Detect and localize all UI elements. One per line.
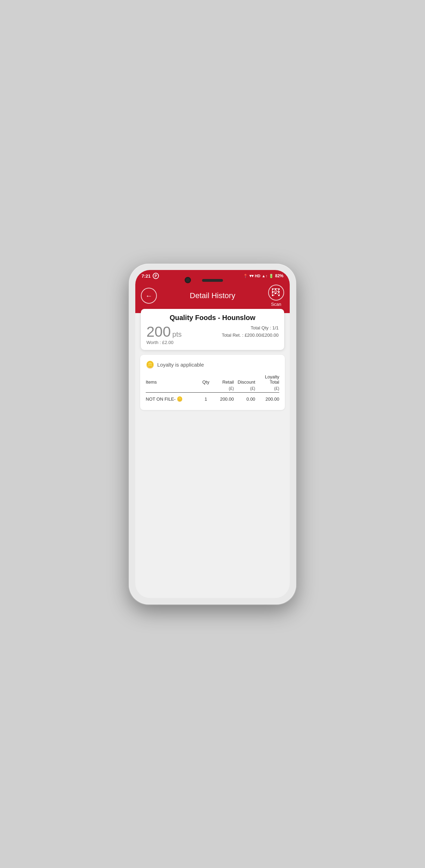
- items-table: Items Qty Retail Discount LoyaltyTotal (…: [146, 374, 279, 404]
- loyalty-header: 🪙 Loyalty is applicable: [146, 360, 279, 369]
- phone-frame: 7:21 P 📍 ▾▾ HD ▲↑ 🔋 82% ← Detail History: [129, 264, 296, 604]
- wifi-icon: ▾▾: [249, 273, 254, 278]
- total-ret: Total Ret. : £200.00/£200.00: [222, 332, 279, 339]
- svg-rect-4: [272, 291, 273, 293]
- table-row: NOT ON FILE- 🪙 1 200.00 0.00 200.00: [146, 393, 279, 404]
- app-header: ← Detail History: [135, 281, 290, 313]
- svg-rect-22: [276, 293, 277, 293]
- svg-rect-26: [278, 295, 280, 296]
- svg-rect-20: [274, 295, 274, 295]
- svg-rect-3: [272, 290, 273, 291]
- back-arrow-icon: ←: [145, 292, 152, 300]
- row-retail-0: 200.00: [212, 393, 234, 404]
- svg-rect-1: [274, 288, 274, 289]
- col-header-items: Items: [146, 374, 199, 386]
- page-title: Detail History: [157, 291, 268, 300]
- col-header-qty: Qty: [199, 374, 212, 386]
- col-header-retail: Retail: [212, 374, 234, 386]
- subheader-loyalty-unit: (£): [255, 386, 279, 393]
- svg-rect-14: [276, 291, 277, 292]
- svg-rect-19: [274, 293, 274, 293]
- battery-percent: 82%: [275, 273, 283, 278]
- svg-rect-8: [276, 288, 277, 289]
- location-icon: 📍: [243, 274, 248, 278]
- svg-rect-5: [274, 291, 274, 292]
- loyalty-applicable-text: Loyalty is applicable: [157, 362, 204, 368]
- status-left: 7:21 P: [142, 273, 159, 279]
- points-left: 200 pts Worth : £2.00: [146, 325, 182, 345]
- table-body: NOT ON FILE- 🪙 1 200.00 0.00 200.00: [146, 393, 279, 404]
- svg-rect-25: [279, 294, 280, 294]
- subheader-discount-unit: (£): [234, 386, 255, 393]
- network-type: HD: [255, 274, 260, 278]
- svg-rect-15: [277, 291, 278, 292]
- svg-rect-16: [272, 293, 273, 293]
- worth-text: Worth : £2.00: [146, 340, 182, 345]
- points-value: 200: [146, 324, 171, 340]
- table-subheader-row: (£) (£) (£): [146, 386, 279, 393]
- points-display: 200 pts: [146, 325, 182, 339]
- loyalty-card: 🪙 Loyalty is applicable Items Qty Retail…: [140, 355, 285, 410]
- row-name-0: NOT ON FILE- 🪙: [146, 393, 199, 404]
- col-header-discount: Discount: [234, 374, 255, 386]
- speaker: [202, 279, 223, 282]
- parking-icon: P: [153, 273, 159, 279]
- svg-rect-9: [277, 288, 278, 289]
- battery-icon: 🔋: [269, 274, 274, 278]
- row-loyalty-0: 200.00: [255, 393, 279, 404]
- svg-rect-17: [272, 294, 273, 294]
- back-button[interactable]: ←: [141, 288, 157, 304]
- subheader-retail-unit: (£): [212, 386, 234, 393]
- svg-rect-10: [278, 288, 280, 290]
- points-unit: pts: [173, 330, 182, 338]
- table-header-row: Items Qty Retail Discount LoyaltyTotal: [146, 374, 279, 386]
- loyalty-coin-icon: 🪙: [146, 360, 154, 369]
- subheader-qty-empty: [199, 386, 212, 393]
- row-qty-0: 1: [199, 393, 212, 404]
- camera-icon: [185, 277, 191, 283]
- scan-label: Scan: [271, 302, 281, 307]
- row-coin-icon: 🪙: [177, 396, 183, 402]
- content-area: 🪙 Loyalty is applicable Items Qty Retail…: [135, 350, 290, 415]
- scan-button[interactable]: Scan: [268, 285, 284, 307]
- status-right: 📍 ▾▾ HD ▲↑ 🔋 82%: [243, 273, 283, 278]
- points-row: 200 pts Worth : £2.00 Total Qty : 1/1 To…: [146, 325, 279, 345]
- col-header-loyalty: LoyaltyTotal: [255, 374, 279, 386]
- phone-screen: 7:21 P 📍 ▾▾ HD ▲↑ 🔋 82% ← Detail History: [135, 270, 290, 598]
- svg-rect-7: [275, 291, 275, 292]
- svg-rect-13: [278, 291, 280, 293]
- summary-card: Quality Foods - Hounslow 200 pts Worth :…: [141, 309, 284, 350]
- svg-rect-6: [275, 290, 275, 291]
- points-right: Total Qty : 1/1 Total Ret. : £200.00/£20…: [222, 325, 279, 339]
- svg-rect-18: [272, 295, 273, 296]
- subheader-items-empty: [146, 386, 199, 393]
- svg-rect-21: [275, 293, 276, 294]
- total-qty: Total Qty : 1/1: [222, 325, 279, 332]
- svg-rect-24: [278, 293, 279, 293]
- svg-rect-0: [272, 288, 273, 290]
- svg-rect-23: [277, 294, 278, 294]
- store-name: Quality Foods - Hounslow: [146, 314, 279, 322]
- signal-icon: ▲↑: [262, 274, 267, 278]
- time-display: 7:21: [142, 273, 151, 279]
- svg-rect-11: [276, 290, 277, 291]
- row-discount-0: 0.00: [234, 393, 255, 404]
- qr-code-icon: [271, 288, 281, 297]
- qr-icon-wrapper: [268, 285, 284, 301]
- svg-rect-12: [278, 290, 279, 291]
- svg-rect-2: [275, 288, 276, 290]
